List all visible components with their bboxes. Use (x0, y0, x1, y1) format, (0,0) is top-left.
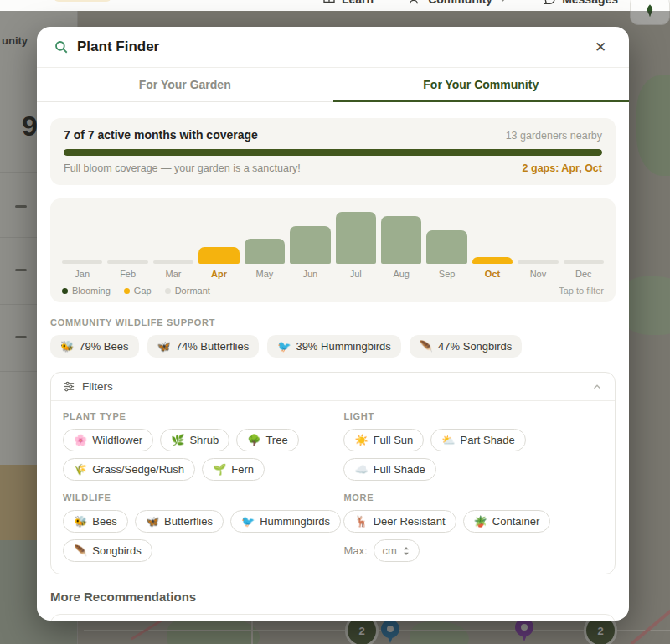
top-navigation-bar: PREVIEW LearnCommunityMessages (0, 0, 670, 11)
wildlife-chip-hummingbirds[interactable]: 🐦39% Hummingbirds (267, 335, 401, 358)
coverage-progress-fill (64, 149, 602, 156)
filter-pill-full-shade[interactable]: ☁️Full Shade (343, 458, 436, 481)
bloom-bar-may[interactable] (245, 239, 285, 264)
max-label: Max: (343, 544, 367, 557)
pill-label: Grass/Sedge/Rush (92, 463, 184, 476)
bloom-bar-jun[interactable] (290, 226, 330, 264)
hummingbirds-icon: 🐦 (241, 515, 255, 528)
filters-label: Filters (82, 380, 113, 393)
people-icon (409, 0, 422, 6)
bloom-chart-panel: JanFebMarAprMayJunJulAugSepOctNovDec Blo… (50, 198, 616, 302)
chevron-up-icon[interactable] (591, 381, 603, 393)
filter-pill-deer-resistant[interactable]: 🦌Deer Resistant (343, 510, 456, 533)
wildlife-chip-songbirds[interactable]: 🪶47% Songbirds (410, 335, 522, 358)
nav-item-messages[interactable]: Messages (543, 0, 618, 6)
bar-dormant (153, 260, 193, 264)
bar-blooming (426, 230, 466, 264)
chart-legend: BloomingGapDormant Tap to filter (62, 286, 604, 296)
recommendations-heading: More Recommendations (50, 590, 616, 604)
month-label-nov: Nov (518, 269, 558, 279)
gardeners-nearby-label: 13 gardeners nearby (506, 130, 602, 142)
feather-icon: 🪶 (420, 340, 433, 353)
modal-body: 7 of 7 active months with coverage 13 ga… (37, 102, 629, 621)
bar-blooming (381, 216, 421, 264)
chip-label: 39% Hummingbirds (296, 340, 390, 353)
chip-label: 47% Songbirds (438, 340, 512, 353)
month-label-feb: Feb (107, 269, 147, 279)
filter-pill-container[interactable]: 🪴Container (463, 510, 551, 533)
bar-gap (472, 257, 513, 264)
filter-pill-butterflies[interactable]: 🦋Butterflies (135, 510, 224, 533)
filter-pill-full-sun[interactable]: ☀️Full Sun (343, 429, 424, 451)
wildlife-support-chips: 🐝79% Bees🦋74% Butterflies🐦39% Hummingbir… (50, 335, 616, 358)
recommendation-card[interactable]: Black CohoshActaea racemosa🐝Bees (50, 614, 616, 621)
tab-community[interactable]: For Your Community (333, 68, 630, 101)
wildlife-chip-butterflies[interactable]: 🦋74% Butterflies (147, 335, 260, 358)
filter-group-label: WILDLIFE (63, 492, 343, 502)
stepper-icon (402, 546, 410, 556)
month-label-apr: Apr (198, 269, 239, 279)
chat-icon (543, 0, 556, 6)
max-height-unit-select[interactable]: cm (374, 539, 420, 562)
full-shade-icon: ☁️ (354, 463, 368, 476)
songbirds-icon: 🪶 (74, 544, 87, 557)
pill-label: Tree (265, 434, 287, 446)
bee-icon: 🐝 (60, 340, 74, 353)
tap-to-filter-hint: Tap to filter (559, 286, 604, 296)
chip-label: 74% Butterflies (176, 340, 249, 353)
nav-item-community[interactable]: Community (409, 0, 508, 6)
month-label-sep: Sep (426, 269, 466, 279)
full-sun-icon: ☀️ (354, 434, 368, 446)
pill-label: Shrub (189, 434, 219, 446)
bloom-bar-jul[interactable] (336, 212, 376, 264)
bloom-bar-chart (62, 205, 604, 264)
fern-icon: 🌱 (213, 463, 226, 476)
filter-pill-songbirds[interactable]: 🪶Songbirds (63, 539, 152, 562)
legend-item-blooming: Blooming (62, 286, 111, 296)
wildflower-icon: 🌸 (74, 434, 87, 446)
pill-label: Full Shade (374, 463, 425, 476)
shrub-icon: 🌿 (171, 434, 184, 446)
bar-dormant (564, 260, 604, 264)
book-icon (322, 0, 336, 6)
nav-item-learn[interactable]: Learn (322, 0, 374, 6)
filter-pill-bees[interactable]: 🐝Bees (63, 510, 128, 533)
bloom-bar-nov[interactable] (518, 260, 558, 264)
filter-pill-grass-sedge-rush[interactable]: 🌾Grass/Sedge/Rush (63, 458, 195, 481)
pill-label: Part Shade (461, 434, 515, 446)
month-label-jan: Jan (62, 269, 102, 279)
bloom-bar-aug[interactable] (381, 216, 421, 264)
bloom-bar-jan[interactable] (62, 260, 102, 264)
tab-garden[interactable]: For Your Garden (37, 68, 333, 101)
filter-pill-wildflower[interactable]: 🌸Wildflower (63, 429, 153, 451)
legend-item-gap: Gap (124, 286, 152, 296)
bloom-bar-dec[interactable] (564, 260, 604, 264)
filter-group-label: PLANT TYPE (63, 411, 343, 421)
filter-pill-hummingbirds[interactable]: 🐦Hummingbirds (230, 510, 341, 533)
filter-group-label: LIGHT (343, 411, 603, 421)
legend-dot (165, 288, 171, 294)
filters-header[interactable]: Filters (51, 373, 615, 401)
unit-value: cm (383, 544, 397, 557)
bloom-bar-feb[interactable] (107, 260, 147, 264)
pill-label: Songbirds (92, 544, 142, 557)
close-icon[interactable]: ✕ (589, 35, 612, 59)
bloom-bar-sep[interactable] (426, 230, 466, 264)
butterfly-icon: 🦋 (157, 340, 171, 353)
tab-bar: For Your GardenFor Your Community (37, 68, 629, 102)
month-label-aug: Aug (381, 269, 421, 279)
pill-label: Full Sun (374, 434, 414, 446)
filter-pill-part-shade[interactable]: ⛅Part Shade (430, 429, 525, 451)
filter-pill-tree[interactable]: 🌳Tree (236, 429, 298, 451)
wildlife-chip-bees[interactable]: 🐝79% Bees (50, 335, 139, 358)
filter-pill-fern[interactable]: 🌱Fern (202, 458, 265, 481)
bloom-bar-apr[interactable] (198, 247, 239, 264)
bar-blooming (290, 226, 330, 264)
filters-panel: Filters PLANT TYPE🌸Wildflower🌿Shrub🌳Tree… (50, 372, 616, 574)
filter-pill-shrub[interactable]: 🌿Shrub (160, 429, 229, 451)
sliders-icon (63, 380, 75, 393)
tree-icon: 🌳 (247, 434, 260, 446)
bloom-bar-oct[interactable] (472, 257, 513, 264)
hummingbird-icon: 🐦 (277, 340, 291, 353)
bloom-bar-mar[interactable] (153, 260, 193, 264)
